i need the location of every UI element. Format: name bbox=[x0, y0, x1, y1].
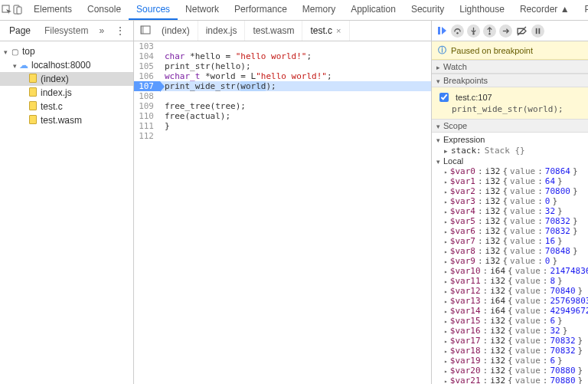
inspect-icon[interactable] bbox=[2, 1, 12, 19]
scope-variable[interactable]: $var0: i32 {value: 70864} bbox=[432, 166, 588, 176]
scope-variable[interactable]: $var7: i32 {value: 16} bbox=[432, 236, 588, 246]
scope-variable[interactable]: $var8: i32 {value: 70848} bbox=[432, 246, 588, 256]
line-number[interactable]: 106 bbox=[134, 71, 160, 81]
top-tab-console[interactable]: Console bbox=[80, 0, 129, 20]
top-tab-elements[interactable]: Elements bbox=[26, 0, 80, 20]
line-number[interactable]: 107 bbox=[134, 81, 160, 91]
scope-variable[interactable]: $var21: i32 {value: 70880} bbox=[432, 376, 588, 384]
line-number[interactable]: 109 bbox=[134, 101, 160, 111]
chevron-right-icon bbox=[444, 286, 448, 297]
top-tab-security[interactable]: Security bbox=[403, 0, 452, 20]
deactivate-breakpoints-icon[interactable] bbox=[515, 25, 528, 38]
step-icon[interactable] bbox=[499, 25, 512, 38]
watch-section-header[interactable]: Watch bbox=[432, 60, 588, 74]
scope-variable[interactable]: $var6: i32 {value: 70832} bbox=[432, 226, 588, 236]
line-number[interactable]: 111 bbox=[134, 121, 160, 131]
tree-file[interactable]: test.wasm bbox=[0, 113, 133, 127]
scope-variable[interactable]: $var19: i32 {value: 6} bbox=[432, 356, 588, 366]
close-icon[interactable]: × bbox=[336, 26, 341, 35]
tree-root[interactable]: top bbox=[0, 44, 133, 58]
scope-stack[interactable]: stack: Stack {} bbox=[432, 145, 588, 156]
device-icon[interactable] bbox=[12, 1, 23, 19]
breakpoint-code: print_wide_str(world); bbox=[436, 104, 583, 114]
scope-variable[interactable]: $var14: i64 {value: 4294967298n} bbox=[432, 306, 588, 316]
top-tab-memory[interactable]: Memory bbox=[295, 0, 343, 20]
toggle-navigator-icon[interactable] bbox=[137, 25, 154, 38]
line-number[interactable]: 103 bbox=[134, 41, 160, 51]
breakpoint-checkbox[interactable] bbox=[439, 93, 449, 102]
scope-variable[interactable]: $var13: i64 {value: 25769803779n} bbox=[432, 296, 588, 306]
scope-variable[interactable]: $var16: i32 {value: 32} bbox=[432, 326, 588, 336]
pause-exceptions-icon[interactable] bbox=[531, 25, 544, 38]
top-tab-network[interactable]: Network bbox=[178, 0, 227, 20]
scope-variable[interactable]: $var2: i32 {value: 70800} bbox=[432, 186, 588, 196]
step-into-icon[interactable] bbox=[467, 25, 480, 38]
line-number[interactable]: 112 bbox=[134, 131, 160, 141]
top-tab-lighthouse[interactable]: Lighthouse bbox=[452, 0, 512, 20]
scope-variable[interactable]: $var3: i32 {value: 0} bbox=[432, 196, 588, 206]
line-number[interactable]: 110 bbox=[134, 111, 160, 121]
line-number[interactable]: 105 bbox=[134, 61, 160, 71]
var-type: i32 bbox=[490, 366, 505, 376]
scope-variable[interactable]: $var11: i32 {value: 8} bbox=[432, 276, 588, 286]
scope-variable[interactable]: $var12: i32 {value: 70840} bbox=[432, 286, 588, 296]
top-tab-sources[interactable]: Sources bbox=[129, 0, 178, 20]
tree-file[interactable]: (index) bbox=[0, 72, 133, 86]
code-line[interactable]: 104 char *hello = "hello world!"; bbox=[134, 51, 431, 61]
top-tab-performance-ins[interactable]: Performance ins bbox=[577, 0, 588, 20]
var-value: 25769803779n bbox=[550, 296, 588, 306]
scope-local[interactable]: Local bbox=[432, 156, 588, 166]
code-line[interactable]: 105 print_str(hello); bbox=[134, 61, 431, 71]
var-value: 70832 bbox=[550, 346, 575, 356]
top-tab-recorder-[interactable]: Recorder ▲ bbox=[512, 0, 577, 20]
breakpoints-section-header[interactable]: Breakpoints bbox=[432, 74, 588, 87]
code-line[interactable]: 103 bbox=[134, 41, 431, 51]
code-line[interactable]: 112 bbox=[134, 131, 431, 141]
code-line[interactable]: 106 wchar_t *world = L"hello world!"; bbox=[134, 71, 431, 81]
scope-variable[interactable]: $var9: i32 {value: 0} bbox=[432, 256, 588, 266]
scope-variable[interactable]: $var20: i32 {value: 70880} bbox=[432, 366, 588, 376]
code-line[interactable]: 108 bbox=[134, 91, 431, 101]
line-number[interactable]: 104 bbox=[134, 51, 160, 61]
open-file-tabs: (index)index.jstest.wasmtest.c× bbox=[134, 21, 431, 41]
scope-variable[interactable]: $var18: i32 {value: 70832} bbox=[432, 346, 588, 356]
file-tab[interactable]: (index) bbox=[154, 21, 198, 41]
scope-variable[interactable]: $var10: i64 {value: 21474836487n} bbox=[432, 266, 588, 276]
tree-origin[interactable]: localhost:8000 bbox=[0, 58, 133, 72]
top-tab-application[interactable]: Application bbox=[343, 0, 403, 20]
tree-file[interactable]: test.c bbox=[0, 100, 133, 113]
top-tab-performance[interactable]: Performance bbox=[227, 0, 295, 20]
code-line[interactable]: 107 print_wide_str(world); bbox=[134, 81, 431, 91]
source-code[interactable]: 103104 char *hello = "hello world!";105 … bbox=[134, 41, 431, 384]
resume-icon[interactable] bbox=[435, 25, 448, 38]
var-value: 70848 bbox=[545, 246, 570, 256]
scope-variable[interactable]: $var17: i32 {value: 70832} bbox=[432, 336, 588, 346]
code-line[interactable]: 109 free_tree(tree); bbox=[134, 101, 431, 111]
breakpoint-row[interactable]: test.c:107 bbox=[436, 90, 583, 104]
step-out-icon[interactable] bbox=[483, 25, 496, 38]
scope-expression[interactable]: Expression bbox=[432, 134, 588, 145]
scope-variable[interactable]: $var5: i32 {value: 70832} bbox=[432, 216, 588, 226]
scope-variable[interactable]: $var1: i32 {value: 64} bbox=[432, 176, 588, 186]
step-over-icon[interactable] bbox=[451, 25, 464, 38]
navigator-tab-page[interactable]: Page bbox=[3, 21, 37, 41]
debugger-toolbar bbox=[432, 21, 588, 41]
stack-value: Stack {} bbox=[485, 146, 525, 156]
file-tab[interactable]: test.c× bbox=[302, 21, 349, 41]
file-tab[interactable]: index.js bbox=[198, 21, 246, 41]
scope-section-header[interactable]: Scope bbox=[432, 119, 588, 133]
navigator-tab-filesystem[interactable]: Filesystem bbox=[38, 21, 94, 41]
navigator-menu-icon[interactable]: ⋮ bbox=[110, 25, 130, 37]
scope-variable[interactable]: $var15: i32 {value: 6} bbox=[432, 316, 588, 326]
tree-file[interactable]: index.js bbox=[0, 86, 133, 100]
navigator-more-icon[interactable]: » bbox=[96, 25, 107, 36]
file-tab[interactable]: test.wasm bbox=[245, 21, 302, 41]
code-line[interactable]: 111} bbox=[134, 121, 431, 131]
code-line[interactable]: 110 free(actual); bbox=[134, 111, 431, 121]
chevron-down-icon bbox=[436, 121, 440, 130]
var-name: $var6 bbox=[450, 226, 475, 236]
var-type: i32 bbox=[485, 206, 501, 216]
line-number[interactable]: 108 bbox=[134, 91, 160, 101]
chevron-right-icon bbox=[444, 186, 448, 197]
scope-variable[interactable]: $var4: i32 {value: 32} bbox=[432, 206, 588, 216]
